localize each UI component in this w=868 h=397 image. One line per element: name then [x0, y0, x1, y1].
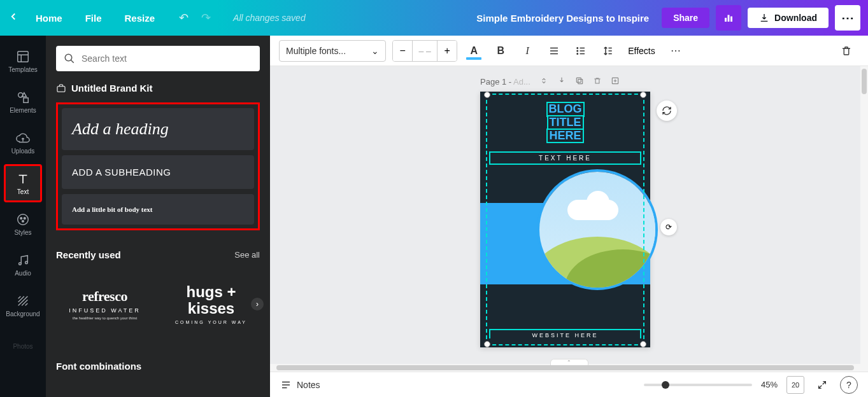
file-menu[interactable]: File — [85, 13, 102, 24]
font-size-increase[interactable]: + — [438, 41, 457, 61]
resize-handle-tr[interactable] — [640, 92, 646, 98]
resize-handle-br[interactable] — [640, 341, 646, 347]
brand-kit-icon — [56, 83, 66, 94]
search-box[interactable] — [56, 46, 260, 71]
recent-template-hugs[interactable]: hugs + kisses COMING YOUR WAY — [162, 269, 260, 339]
zoom-slider[interactable] — [644, 384, 752, 386]
zoom-value[interactable]: 45% — [761, 380, 778, 389]
svg-point-12 — [65, 54, 72, 61]
notes-button[interactable]: Notes — [280, 379, 320, 391]
color-swatch — [466, 57, 481, 60]
text-color-button[interactable]: A — [464, 41, 484, 61]
spacing-button[interactable] — [597, 41, 618, 61]
brand-kit-row[interactable]: Untitled Brand Kit — [56, 83, 260, 94]
svg-point-8 — [24, 217, 25, 219]
svg-point-9 — [22, 220, 24, 222]
cycle-button[interactable]: ⟳ — [660, 219, 677, 235]
text-panel: Untitled Brand Kit Add a heading ADD A S… — [46, 36, 270, 397]
add-subheading-button[interactable]: ADD A SUBHEADING — [62, 155, 254, 189]
rail-audio[interactable]: Audio — [4, 246, 42, 284]
more-tools-button[interactable]: ⋯ — [665, 41, 686, 61]
svg-point-15 — [577, 50, 578, 52]
font-combinations-header: Font combinations — [56, 361, 260, 372]
page-header: Page 1 - Ad... — [480, 76, 620, 87]
page-up-down-icon[interactable] — [539, 76, 548, 87]
vertical-scrollbar[interactable] — [860, 66, 868, 364]
recent-template-refresco[interactable]: refresco INFUSED WATER the healthier way… — [56, 269, 153, 339]
svg-rect-3 — [18, 51, 29, 62]
font-size-decrease[interactable]: − — [393, 41, 412, 61]
svg-rect-18 — [576, 78, 581, 82]
rail-uploads[interactable]: Uploads — [4, 123, 42, 162]
effects-button[interactable]: Effects — [624, 46, 659, 56]
canvas-zone: Multiple fonts... ⌄ − – – + A B I — [270, 36, 868, 397]
rail-styles[interactable]: Styles — [4, 205, 42, 243]
font-family-select[interactable]: Multiple fonts... ⌄ — [279, 40, 386, 62]
back-icon[interactable] — [8, 11, 19, 25]
rail-photos[interactable]: Photos — [4, 327, 42, 365]
delete-button[interactable] — [836, 41, 857, 61]
help-button[interactable]: ? — [840, 376, 858, 394]
text-options-group: Add a heading ADD A SUBHEADING Add a lit… — [56, 102, 260, 230]
recently-used-header: Recently used See all — [56, 249, 260, 260]
resize-button[interactable]: Resize — [125, 13, 155, 24]
font-combinations-title: Font combinations — [56, 361, 141, 372]
document-title[interactable]: Simple Embroidery Designs to Inspire — [476, 13, 649, 24]
resize-handle-bl[interactable] — [484, 341, 490, 347]
undo-button[interactable]: ↶ — [179, 11, 189, 25]
page-delete-icon[interactable] — [593, 76, 602, 87]
add-heading-button[interactable]: Add a heading — [62, 108, 254, 150]
insights-button[interactable] — [716, 5, 741, 31]
undo-redo-group: ↶ ↷ — [179, 11, 211, 25]
zoom-slider-thumb[interactable] — [662, 381, 669, 389]
top-bar: Home File Resize ↶ ↷ All changes saved S… — [0, 0, 868, 36]
rail-templates[interactable]: Templates — [4, 42, 42, 80]
chevron-down-icon: ⌄ — [371, 46, 379, 56]
alignment-button[interactable] — [544, 41, 564, 61]
page-label[interactable]: Page 1 - Ad... — [480, 77, 530, 87]
bold-button[interactable]: B — [490, 41, 511, 61]
stage[interactable]: Page 1 - Ad... — [270, 66, 868, 372]
rail-background[interactable]: Background — [4, 286, 42, 324]
side-rail: Templates Elements Uploads Text Styles A… — [0, 36, 46, 397]
home-button[interactable]: Home — [36, 13, 62, 24]
fullscreen-button[interactable] — [813, 376, 831, 394]
page-duplicate-icon[interactable] — [575, 76, 584, 87]
page-add-icon[interactable] — [611, 76, 620, 87]
svg-point-16 — [577, 53, 578, 54]
page-lock-icon[interactable] — [557, 76, 566, 87]
italic-button[interactable]: I — [517, 41, 537, 61]
svg-rect-13 — [57, 86, 65, 92]
recently-used-title: Recently used — [56, 249, 121, 260]
more-menu-button[interactable]: ⋯ — [835, 5, 860, 31]
recent-next-button[interactable]: › — [251, 298, 264, 310]
regenerate-button[interactable] — [657, 101, 677, 121]
list-button[interactable] — [571, 41, 591, 61]
rail-text[interactable]: Text — [4, 164, 42, 202]
svg-rect-2 — [730, 17, 732, 22]
font-size-group: − – – + — [392, 40, 457, 62]
see-all-link[interactable]: See all — [234, 250, 260, 260]
brand-kit-label: Untitled Brand Kit — [71, 83, 153, 94]
search-input[interactable] — [82, 53, 252, 64]
svg-point-7 — [20, 217, 22, 219]
main-area: Templates Elements Uploads Text Styles A… — [0, 36, 868, 397]
add-body-text-button[interactable]: Add a little bit of body text — [62, 194, 254, 225]
selection-box[interactable] — [486, 94, 644, 345]
redo-button[interactable]: ↷ — [201, 11, 211, 25]
svg-point-14 — [577, 47, 578, 48]
svg-point-11 — [25, 261, 28, 263]
page-thumbnails-toggle[interactable]: ⌃ — [550, 359, 588, 365]
font-size-value[interactable]: – – — [412, 41, 438, 61]
resize-handle-tl[interactable] — [484, 92, 490, 98]
save-status: All changes saved — [233, 13, 306, 23]
share-button[interactable]: Share — [662, 8, 709, 28]
context-toolbar: Multiple fonts... ⌄ − – – + A B I — [270, 36, 868, 66]
rail-elements[interactable]: Elements — [4, 83, 42, 121]
grid-view-button[interactable]: 20 — [786, 376, 804, 394]
download-button[interactable]: Download — [748, 8, 829, 28]
recent-items-row: refresco INFUSED WATER the healthier way… — [56, 269, 260, 339]
stage-scroll[interactable]: Page 1 - Ad... — [270, 66, 860, 364]
design-canvas[interactable]: BLOG TITLE HERE TEXT HERE WEBSITE HERE — [480, 92, 650, 347]
svg-point-6 — [18, 214, 29, 225]
